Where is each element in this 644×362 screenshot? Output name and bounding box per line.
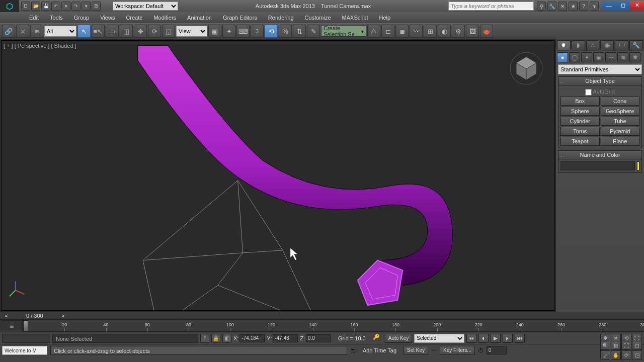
sphere-button[interactable]: Sphere (560, 107, 600, 116)
render-setup-icon[interactable]: ⚙ (452, 25, 465, 38)
ref-coord-system[interactable]: View (176, 26, 207, 37)
rotate-icon[interactable]: ⟳ (148, 25, 161, 38)
name-color-header[interactable]: -Name and Color (558, 150, 642, 159)
helpers-icon[interactable]: ⊹ (605, 52, 616, 62)
search-icon[interactable]: ⚲ (537, 2, 546, 11)
exchange-icon[interactable]: ✕ (558, 2, 567, 11)
redo-icon[interactable]: ↷ (71, 2, 80, 11)
prev-frame-icon[interactable]: ⏴ (478, 334, 489, 343)
orbit2-icon[interactable]: ⟳ (621, 350, 631, 359)
help-drop-icon[interactable]: ▾ (590, 2, 599, 11)
move-icon[interactable]: ✥ (134, 25, 147, 38)
menu-help[interactable]: Help (374, 13, 396, 22)
project-icon[interactable]: 🖹 (92, 2, 101, 11)
menu-graph-editors[interactable]: Graph Editors (218, 13, 262, 22)
schematic-view-icon[interactable]: ⊞ (424, 25, 437, 38)
pivot-center-icon[interactable]: ▣ (208, 25, 221, 38)
max-toggle-icon[interactable]: ◲ (632, 350, 642, 359)
current-frame-input[interactable] (487, 346, 507, 354)
save-icon[interactable]: 💾 (41, 2, 50, 11)
scale-icon[interactable]: ◱ (162, 25, 175, 38)
menu-modifiers[interactable]: Modifiers (148, 13, 181, 22)
redo-drop-icon[interactable]: ▾ (82, 2, 91, 11)
viewport-canvas[interactable] (2, 41, 554, 310)
teapot-button[interactable]: Teapot (560, 137, 600, 146)
trackbar-toggle-icon[interactable]: ≡ (1, 320, 23, 332)
display-tab-icon[interactable]: 🖵 (615, 40, 628, 50)
perspective-viewport[interactable]: [ + ] [ Perspective ] [ Shaded ] (1, 40, 554, 311)
select-by-name-icon[interactable]: ≡↖ (92, 25, 105, 38)
utilities-tab-icon[interactable]: 🔧 (629, 40, 643, 50)
cameras-icon[interactable]: ◉ (593, 52, 604, 62)
viewport-label[interactable]: [ + ] [ Perspective ] [ Shaded ] (4, 43, 76, 49)
play-icon[interactable]: ▶ (491, 334, 501, 343)
track-prev-icon[interactable]: < (2, 313, 11, 319)
minimize-button[interactable]: — (602, 1, 616, 10)
goto-start-icon[interactable]: ⏮ (466, 334, 476, 343)
layers-icon[interactable]: ≣ (395, 25, 409, 38)
tube-button[interactable]: Tube (601, 117, 640, 126)
menu-tools[interactable]: Tools (45, 13, 68, 22)
hierarchy-tab-icon[interactable]: ⛬ (586, 40, 600, 50)
zoom-extents-all-icon[interactable]: ⊡ (632, 341, 642, 350)
spacewarps-icon[interactable]: ≋ (617, 52, 628, 62)
maximize-button[interactable]: ◻ (616, 1, 630, 10)
torus-button[interactable]: Torus (560, 127, 600, 136)
mirror-icon[interactable]: ⧋ (367, 25, 380, 38)
add-time-tag[interactable]: Add Time Tag (359, 347, 400, 353)
create-subcategory[interactable]: Standard Primitives (558, 64, 642, 74)
select-region-icon[interactable]: ▭ (106, 25, 119, 38)
x-input[interactable] (239, 334, 265, 342)
cone-button[interactable]: Cone (601, 97, 640, 106)
manipulate-icon[interactable]: ✦ (222, 25, 235, 38)
bind-spacewarp-icon[interactable]: ≋ (30, 25, 43, 38)
color-swatch[interactable] (637, 161, 639, 170)
key-filters-button[interactable]: Key Filters... (440, 346, 475, 355)
named-selection-dropdown[interactable]: Create Selection Se▾ (321, 26, 366, 37)
pyramid-button[interactable]: Pyramid (601, 127, 640, 136)
autokey-button[interactable]: Auto Key (385, 334, 413, 343)
link-icon[interactable]: 🔗 (2, 25, 15, 38)
subscription-icon[interactable]: 🔧 (547, 2, 556, 11)
menu-create[interactable]: Create (121, 13, 147, 22)
favorite-icon[interactable]: ★ (569, 2, 578, 11)
selection-lock-icon[interactable]: ⤒ (200, 334, 209, 343)
close-button[interactable]: ✕ (630, 1, 644, 10)
geosphere-button[interactable]: GeoSphere (601, 107, 640, 116)
menu-edit[interactable]: Edit (24, 13, 44, 22)
y-input[interactable] (273, 334, 298, 342)
viewcube[interactable] (509, 51, 544, 86)
angle-snap-icon[interactable]: ⟲ (265, 25, 278, 38)
percent-snap-icon[interactable]: % (279, 25, 292, 38)
undo-icon[interactable]: ↶ (51, 2, 60, 11)
zoom-extents-icon[interactable]: ⛶ (621, 341, 631, 350)
select-object-icon[interactable]: ↖ (77, 25, 91, 38)
trackbar-ruler[interactable]: 2040608010012014016018020022024026028030… (23, 320, 644, 332)
lock-icon[interactable]: 🔒 (211, 334, 220, 343)
goto-end-icon[interactable]: ⏭ (515, 334, 525, 343)
geometry-icon[interactable]: ● (557, 52, 568, 62)
undo-drop-icon[interactable]: ▾ (61, 2, 70, 11)
menu-rendering[interactable]: Rendering (263, 13, 299, 22)
edit-named-sel-icon[interactable]: ✎ (307, 25, 320, 38)
menu-views[interactable]: Views (95, 13, 120, 22)
open-icon[interactable]: 📂 (31, 2, 40, 11)
time-slider-thumb[interactable] (23, 320, 28, 331)
object-type-header[interactable]: -Object Type (558, 76, 642, 85)
zoom-all-icon[interactable]: ⊞ (611, 341, 621, 350)
spinner-snap-icon[interactable]: ⇅ (293, 25, 306, 38)
box-button[interactable]: Box (560, 97, 600, 106)
keyboard-shortcut-icon[interactable]: ⌨ (236, 25, 250, 38)
key-curve-icon[interactable]: 〰 (431, 347, 437, 353)
selection-filter[interactable]: All (44, 26, 76, 37)
app-logo[interactable]: ⬡ (0, 0, 19, 12)
key-icon[interactable]: 🔑 (373, 334, 383, 343)
key-mode-select[interactable]: Selected (414, 334, 464, 343)
cylinder-button[interactable]: Cylinder (560, 117, 600, 126)
time-tag-icon[interactable]: 🗀 (350, 347, 356, 353)
motion-tab-icon[interactable]: ◉ (600, 40, 614, 50)
infocenter-search[interactable] (448, 2, 534, 11)
track-next-icon[interactable]: > (58, 313, 67, 319)
plane-button[interactable]: Plane (601, 137, 640, 146)
pan2-icon[interactable]: ✋ (611, 350, 621, 359)
